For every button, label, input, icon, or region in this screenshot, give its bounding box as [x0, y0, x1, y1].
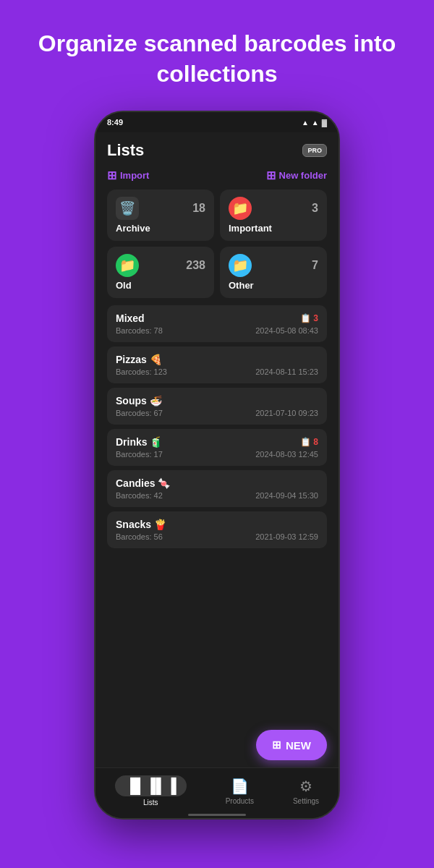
badge-icon: 📋	[300, 313, 311, 323]
import-label: Import	[120, 170, 149, 181]
hero-title: Organize scanned barcodes into collectio…	[0, 0, 434, 111]
nav-item-products[interactable]: 📄 Products	[226, 778, 254, 805]
list-item-pizzas-count: Barcodes: 123	[116, 367, 167, 376]
new-folder-label: New folder	[279, 170, 327, 181]
list-item-soups-date: 2021-07-10 09:23	[255, 409, 318, 417]
list-item-snacks-name: Snacks 🍟	[116, 519, 166, 530]
folder-important-count: 3	[312, 202, 318, 215]
list-item-drinks-count: Barcodes: 17	[116, 450, 163, 459]
list-item-mixed-badge: 📋 3	[300, 313, 318, 323]
fab-label: NEW	[286, 739, 311, 752]
app-title: Lists	[107, 141, 144, 160]
list-item-soups-name: Soups 🍜	[116, 395, 162, 407]
lists-nav-icon: ▐▌▐▌▐	[125, 778, 176, 793]
list-item-mixed-date: 2024-05-08 08:43	[255, 326, 318, 335]
list-item-pizzas[interactable]: Pizzas 🍕 Barcodes: 123 2024-08-11 15:23	[107, 346, 327, 383]
app-header: Lists PRO	[95, 132, 339, 166]
list-item-soups[interactable]: Soups 🍜 Barcodes: 67 2021-07-10 09:23	[107, 388, 327, 425]
list-item-drinks-badge: 📋 8	[300, 437, 318, 447]
list-item-snacks-count: Barcodes: 56	[116, 532, 163, 541]
folder-important-name: Important	[229, 223, 318, 234]
fab-plus-icon: ⊞	[272, 739, 281, 752]
settings-nav-label: Settings	[293, 797, 319, 805]
lists-nav-label: Lists	[143, 799, 158, 807]
status-icons: ▲ ▲ ▓	[302, 119, 327, 127]
list-item-candies[interactable]: Candies 🍬 Barcodes: 42 2024-09-04 15:30	[107, 470, 327, 507]
list-item-drinks-badge-count: 8	[313, 437, 318, 447]
list-item-snacks-date: 2021-09-03 12:59	[255, 532, 318, 541]
home-bar	[188, 814, 246, 816]
products-nav-label: Products	[226, 797, 254, 805]
status-time: 8:49	[107, 118, 123, 127]
wifi-icon: ▲	[302, 119, 309, 127]
list-item-mixed-count: Barcodes: 78	[116, 326, 163, 335]
folder-other-name: Other	[229, 280, 318, 291]
list-item-drinks-date: 2024-08-03 12:45	[255, 450, 318, 459]
new-list-fab[interactable]: ⊞ NEW	[256, 730, 327, 760]
folder-archive-count: 18	[192, 202, 205, 215]
folder-old[interactable]: 📁 238 Old	[107, 247, 214, 298]
list-item-candies-date: 2024-09-04 15:30	[255, 491, 318, 500]
nav-item-lists[interactable]: ▐▌▐▌▐ Lists	[115, 775, 187, 807]
list-item-candies-count: Barcodes: 42	[116, 491, 163, 500]
products-nav-icon: 📄	[231, 778, 249, 795]
app-content: Lists PRO ⊞ Import ⊞ New folder 🗑️ 18 Ar…	[95, 132, 339, 818]
nav-item-settings[interactable]: ⚙ Settings	[293, 778, 319, 805]
battery-icon: ▓	[322, 119, 327, 127]
folder-old-count: 238	[186, 259, 205, 272]
settings-nav-icon: ⚙	[299, 778, 312, 795]
phone-frame: 8:49 ▲ ▲ ▓ Lists PRO ⊞ Import ⊞ New fold…	[94, 111, 340, 820]
signal-icon: ▲	[312, 119, 319, 127]
import-button[interactable]: ⊞ Import	[107, 169, 149, 182]
list-item-mixed-badge-count: 3	[313, 313, 318, 323]
folder-old-name: Old	[116, 280, 205, 291]
drinks-badge-icon: 📋	[300, 437, 311, 447]
list-item-pizzas-date: 2024-08-11 15:23	[255, 367, 318, 376]
list-item-snacks[interactable]: Snacks 🍟 Barcodes: 56 2021-09-03 12:59	[107, 511, 327, 548]
list-item-soups-count: Barcodes: 67	[116, 409, 163, 417]
list-item-mixed[interactable]: Mixed 📋 3 Barcodes: 78 2024-05-08 08:43	[107, 305, 327, 342]
import-icon: ⊞	[107, 169, 116, 182]
list-item-drinks[interactable]: Drinks 🧃 📋 8 Barcodes: 17 2024-08-03 12:…	[107, 429, 327, 466]
bottom-nav: ▐▌▐▌▐ Lists 📄 Products ⚙ Settings	[95, 767, 339, 814]
folders-grid: 🗑️ 18 Archive 📁 3 Important 📁 238 Old	[95, 190, 339, 305]
home-indicator	[95, 814, 339, 818]
list-section: Mixed 📋 3 Barcodes: 78 2024-05-08 08:43 …	[95, 305, 339, 723]
pro-badge: PRO	[302, 144, 327, 157]
list-item-drinks-name: Drinks 🧃	[116, 436, 162, 448]
new-folder-button[interactable]: ⊞ New folder	[266, 169, 327, 182]
folder-important-icon: 📁	[229, 197, 252, 220]
action-row: ⊞ Import ⊞ New folder	[95, 166, 339, 190]
folder-archive[interactable]: 🗑️ 18 Archive	[107, 190, 214, 241]
status-bar: 8:49 ▲ ▲ ▓	[95, 112, 339, 132]
folder-other-count: 7	[312, 259, 318, 272]
folder-other[interactable]: 📁 7 Other	[220, 247, 327, 298]
new-folder-icon: ⊞	[266, 169, 276, 182]
folder-archive-name: Archive	[116, 223, 205, 234]
list-item-pizzas-name: Pizzas 🍕	[116, 354, 162, 365]
fab-area: ⊞ NEW	[95, 723, 339, 767]
folder-old-icon: 📁	[116, 254, 139, 277]
folder-other-icon: 📁	[229, 254, 252, 277]
folder-important[interactable]: 📁 3 Important	[220, 190, 327, 241]
folder-archive-icon: 🗑️	[116, 197, 139, 220]
hero-section: Organize scanned barcodes into collectio…	[0, 0, 434, 111]
list-item-candies-name: Candies 🍬	[116, 477, 170, 489]
list-item-mixed-name: Mixed	[116, 312, 145, 324]
